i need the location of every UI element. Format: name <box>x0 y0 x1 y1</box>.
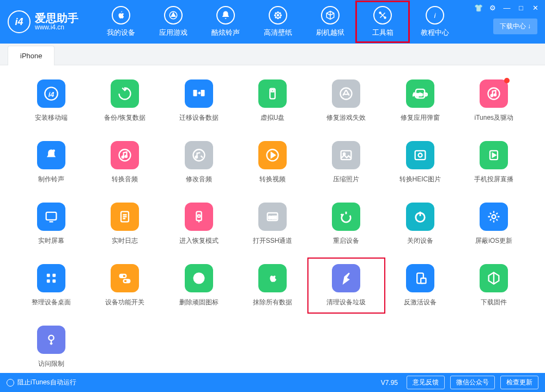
nav-label: 我的设备 <box>107 28 135 38</box>
tool-label: 压缩照片 <box>333 175 359 184</box>
screen-icon <box>37 203 65 231</box>
nav-label: 酷炫铃声 <box>211 28 240 38</box>
svg-rect-45 <box>47 274 50 277</box>
tool-label: 抹除所有数据 <box>253 298 292 307</box>
tool-itunes-driver[interactable]: iTunes及驱动 <box>459 77 529 125</box>
audioedit-icon <box>185 141 213 169</box>
toolbox-content: i4安装移动端备份/恢复数据迁移设备数据虚拟U盘修复游戏失效Apple ID修复… <box>0 65 545 373</box>
app-url: www.i4.cn <box>35 24 78 31</box>
box-icon <box>321 6 340 24</box>
tool-label: 转换音频 <box>112 175 138 184</box>
tool-label: 设备功能开关 <box>105 298 144 307</box>
tool-realtime-log[interactable]: 实时日志 <box>90 200 159 248</box>
tool-label: iTunes及驱动 <box>474 113 513 122</box>
apple-icon <box>112 6 130 24</box>
tool-fix-popup[interactable]: Apple ID修复应用弹窗 <box>385 77 455 125</box>
nav-device[interactable]: 我的设备 <box>95 2 147 42</box>
svg-rect-48 <box>52 279 56 283</box>
tool-delete-icon[interactable]: 删除顽固图标 <box>164 262 233 309</box>
play-icon <box>258 141 287 169</box>
nav-wallpaper[interactable]: 高清壁纸 <box>252 2 304 42</box>
tab-iphone[interactable]: iPhone <box>8 46 55 65</box>
svg-rect-47 <box>47 279 50 283</box>
nav-label: 高清壁纸 <box>264 28 292 38</box>
tool-convert-audio[interactable]: 转换音频 <box>90 139 159 186</box>
bell-icon <box>216 6 235 24</box>
tool-shutdown[interactable]: 关闭设备 <box>385 200 455 248</box>
minimize-icon[interactable]: ― <box>502 3 511 12</box>
tool-fix-game[interactable]: 修复游戏失效 <box>312 77 381 125</box>
settings-icon[interactable]: ⚙ <box>488 3 497 12</box>
cast-icon <box>480 141 508 169</box>
gear-icon <box>480 203 508 231</box>
svg-point-11 <box>384 17 386 19</box>
migrate-icon <box>185 79 213 108</box>
svg-text:i: i <box>434 11 437 20</box>
restore-icon <box>111 79 139 108</box>
logo[interactable]: i4 爱思助手 www.i4.cn <box>8 10 78 33</box>
tool-backup-restore[interactable]: 备份/恢复数据 <box>90 77 159 125</box>
tool-clean-junk[interactable]: 清理设备垃圾 <box>312 262 381 309</box>
tool-migrate[interactable]: 迁移设备数据 <box>164 77 233 125</box>
svg-point-4 <box>274 14 276 16</box>
nav-toolbox[interactable]: 工具箱 <box>356 2 409 42</box>
svg-point-50 <box>121 275 123 277</box>
tool-virtual-usb[interactable]: 虚拟U盘 <box>238 77 307 125</box>
shirt-icon[interactable]: 👕 <box>474 3 483 12</box>
maximize-icon[interactable]: □ <box>517 3 525 12</box>
svg-point-29 <box>193 150 204 161</box>
nav-ringtone[interactable]: 酷炫铃声 <box>199 2 252 42</box>
svg-point-55 <box>49 335 53 340</box>
info-icon: i <box>426 6 444 24</box>
tool-label: 访问限制 <box>38 359 64 369</box>
radio-off-icon <box>7 379 14 387</box>
tool-access-limit[interactable]: 访问限制 <box>16 323 86 371</box>
tool-label: 实时屏幕 <box>38 236 64 246</box>
stop-itunes-toggle[interactable]: 阻止iTunes自动运行 <box>7 378 76 387</box>
apple2-icon <box>258 264 287 292</box>
tool-compress-photo[interactable]: 压缩照片 <box>312 139 381 186</box>
tool-convert-video[interactable]: 转换视频 <box>238 139 307 186</box>
tool-label: 屏蔽iOS更新 <box>475 236 512 246</box>
nav-tutorial[interactable]: i教程中心 <box>409 2 461 42</box>
restart-icon <box>332 203 360 231</box>
tool-install-mobile[interactable]: i4安装移动端 <box>16 77 86 125</box>
app-name: 爱思助手 <box>35 12 78 24</box>
power-icon <box>406 203 434 231</box>
svg-rect-34 <box>415 151 426 160</box>
tool-label: 进入恢复模式 <box>179 236 219 246</box>
tool-edit-audio[interactable]: 修改音频 <box>164 139 233 186</box>
close-icon[interactable]: ✕ <box>531 3 540 12</box>
svg-point-25 <box>52 150 55 152</box>
download-center-button[interactable]: 下载中心 ↓ <box>493 19 537 34</box>
nav-label: 刷机越狱 <box>316 28 344 38</box>
svg-point-10 <box>379 12 381 14</box>
tool-organize-home[interactable]: 整理设备桌面 <box>16 262 86 309</box>
tool-download-firmware[interactable]: 下载固件 <box>459 262 529 309</box>
tool-make-ringtone[interactable]: 制作铃声 <box>16 139 86 186</box>
itunes-icon <box>480 79 508 108</box>
tool-recovery-mode[interactable]: 进入恢复模式 <box>164 200 233 248</box>
svg-rect-32 <box>341 151 352 160</box>
wechat-button[interactable]: 微信公众号 <box>450 376 495 389</box>
recovery-icon <box>185 203 213 231</box>
feedback-button[interactable]: 意见反馈 <box>407 376 445 389</box>
tool-feature-switch[interactable]: 设备功能开关 <box>90 262 159 309</box>
tool-label: 手机投屏直播 <box>474 175 513 184</box>
svg-point-6 <box>275 12 277 14</box>
tool-restart[interactable]: 重启设备 <box>312 200 381 248</box>
tool-convert-heic[interactable]: 转换HEIC图片 <box>385 139 455 186</box>
tool-label: 修复应用弹窗 <box>401 113 440 122</box>
nav-flash[interactable]: 刷机越狱 <box>304 2 356 42</box>
tool-block-update[interactable]: 屏蔽iOS更新 <box>459 200 529 248</box>
tool-screen-cast[interactable]: 手机投屏直播 <box>459 139 529 186</box>
tool-deactivate[interactable]: 反激活设备 <box>385 262 455 309</box>
ssh-icon: SSH <box>258 203 287 231</box>
key-icon <box>37 326 65 354</box>
svg-point-26 <box>119 150 131 161</box>
tool-erase-all[interactable]: 抹除所有数据 <box>238 262 307 309</box>
nav-apps[interactable]: 应用游戏 <box>147 2 199 42</box>
tool-ssh[interactable]: SSH打开SSH通道 <box>238 200 307 248</box>
tool-realtime-screen[interactable]: 实时屏幕 <box>16 200 86 248</box>
check-update-button[interactable]: 检查更新 <box>500 376 538 389</box>
